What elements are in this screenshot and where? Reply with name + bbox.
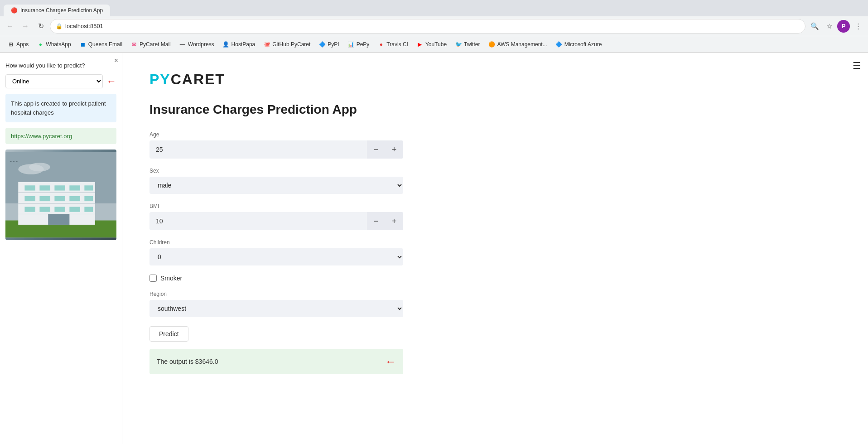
bookmark-apps-label: Apps bbox=[16, 41, 29, 48]
bookmark-youtube[interactable]: ▶ YouTube bbox=[413, 39, 450, 50]
travis-ci-icon: ● bbox=[377, 41, 385, 48]
pycaret-mail-icon: ✉ bbox=[130, 41, 138, 48]
svg-rect-22 bbox=[69, 207, 80, 212]
browser-tabs: 🔴 Insurance Charges Prediction App bbox=[0, 0, 868, 16]
more-button[interactable]: ⋮ bbox=[852, 20, 864, 33]
region-field-group: Region southwest southeast northwest nor… bbox=[149, 291, 403, 317]
children-select[interactable]: 0 1 2 3 4 5 bbox=[149, 248, 403, 265]
url-text: localhost:8501 bbox=[65, 23, 103, 29]
browser-toolbar: ← → ↻ 🔒 localhost:8501 🔍 ☆ P ⋮ bbox=[0, 16, 868, 36]
reload-button[interactable]: ↻ bbox=[34, 20, 47, 33]
pycaret-logo: PYCARET bbox=[149, 71, 841, 88]
bookmark-travis-ci[interactable]: ● Travis CI bbox=[374, 39, 412, 50]
bookmark-pycaret-mail[interactable]: ✉ PyCaret Mail bbox=[127, 39, 174, 50]
svg-rect-12 bbox=[69, 185, 80, 190]
smoker-label[interactable]: Smoker bbox=[160, 275, 182, 282]
bookmark-queens-email-label: Queens Email bbox=[88, 41, 122, 48]
bookmark-github-label: GitHub PyCaret bbox=[272, 41, 310, 48]
star-button[interactable]: ☆ bbox=[823, 20, 835, 33]
sidebar-question: How would you like to predict? bbox=[5, 62, 116, 69]
bookmark-travis-label: Travis CI bbox=[386, 41, 408, 48]
active-tab[interactable]: 🔴 Insurance Charges Prediction App bbox=[4, 5, 110, 16]
svg-rect-14 bbox=[24, 196, 35, 201]
output-box: The output is $3646.0 ← bbox=[149, 349, 403, 374]
svg-rect-15 bbox=[39, 196, 50, 201]
svg-text:~ ~ ~: ~ ~ ~ bbox=[10, 159, 18, 164]
bmi-input-row: 10 − + bbox=[149, 212, 403, 230]
bookmark-pycaret-mail-label: PyCaret Mail bbox=[140, 41, 171, 48]
back-button[interactable]: ← bbox=[4, 20, 16, 33]
address-bar[interactable]: 🔒 localhost:8501 bbox=[50, 19, 805, 34]
lock-icon: 🔒 bbox=[56, 23, 63, 29]
pycaret-link[interactable]: https://www.pycaret.org bbox=[11, 133, 72, 140]
sidebar-close-button[interactable]: × bbox=[114, 57, 118, 65]
logo-caret-part: CARET bbox=[171, 71, 225, 87]
bookmark-pepy-label: PePy bbox=[357, 41, 370, 48]
smoker-checkbox[interactable] bbox=[149, 275, 157, 282]
red-arrow-icon: ← bbox=[106, 77, 116, 87]
github-icon: 🐙 bbox=[263, 41, 270, 48]
svg-point-3 bbox=[29, 163, 50, 171]
bookmark-wordpress[interactable]: — Wordpress bbox=[175, 39, 218, 50]
svg-rect-11 bbox=[54, 185, 65, 190]
sex-label: Sex bbox=[149, 168, 403, 174]
svg-rect-13 bbox=[84, 185, 93, 190]
bookmark-twitter[interactable]: 🐦 Twitter bbox=[451, 39, 483, 50]
age-value: 25 bbox=[149, 141, 367, 158]
sex-field-group: Sex male female bbox=[149, 168, 403, 194]
pypi-icon: 🔷 bbox=[318, 41, 326, 48]
search-button[interactable]: 🔍 bbox=[808, 20, 821, 33]
forward-button[interactable]: → bbox=[19, 20, 32, 33]
bookmark-whatsapp[interactable]: ● WhatsApp bbox=[33, 39, 74, 50]
output-red-arrow-icon: ← bbox=[385, 355, 396, 368]
bookmark-pypi[interactable]: 🔷 PyPI bbox=[315, 39, 342, 50]
svg-rect-21 bbox=[54, 207, 65, 212]
output-text: The output is $3646.0 bbox=[157, 358, 380, 365]
profile-button[interactable]: P bbox=[837, 20, 850, 33]
hamburger-menu-button[interactable]: ☰ bbox=[853, 60, 861, 71]
browser-chrome: 🔴 Insurance Charges Prediction App ← → ↻… bbox=[0, 0, 868, 53]
bookmark-azure-label: Microsoft Azure bbox=[564, 41, 602, 48]
wordpress-icon: — bbox=[179, 41, 186, 48]
bookmark-hostpapa[interactable]: 👤 HostPapa bbox=[219, 39, 259, 50]
app-title: Insurance Charges Prediction App bbox=[149, 102, 841, 117]
sidebar-hospital-image: ~ ~ ~ bbox=[5, 150, 116, 240]
svg-rect-18 bbox=[84, 196, 93, 201]
age-input-row: 25 − + bbox=[149, 140, 403, 159]
svg-rect-16 bbox=[54, 196, 65, 201]
sex-select[interactable]: male female bbox=[149, 177, 403, 194]
page-layout: × How would you like to predict? Online … bbox=[0, 53, 868, 444]
bookmark-queens-email[interactable]: ◼ Queens Email bbox=[76, 39, 126, 50]
azure-icon: 🔷 bbox=[555, 41, 563, 48]
predict-mode-select[interactable]: Online Batch bbox=[5, 74, 103, 88]
main-content: ☰ PYCARET Insurance Charges Prediction A… bbox=[122, 53, 868, 444]
age-plus-button[interactable]: + bbox=[385, 140, 403, 159]
outlook-icon: ◼ bbox=[79, 41, 87, 48]
bmi-plus-button[interactable]: + bbox=[385, 212, 403, 230]
bookmark-pypi-label: PyPI bbox=[328, 41, 339, 48]
svg-rect-24 bbox=[48, 214, 69, 225]
bookmark-aws-label: AWS Management... bbox=[497, 41, 547, 48]
predict-button[interactable]: Predict bbox=[149, 326, 188, 342]
apps-icon: ⊞ bbox=[7, 41, 14, 48]
svg-rect-20 bbox=[39, 207, 50, 212]
bookmark-aws[interactable]: 🟠 AWS Management... bbox=[484, 39, 550, 50]
bookmark-azure[interactable]: 🔷 Microsoft Azure bbox=[552, 39, 606, 50]
bookmark-twitter-label: Twitter bbox=[464, 41, 480, 48]
bookmark-pepy[interactable]: 📊 PePy bbox=[344, 39, 373, 50]
age-minus-button[interactable]: − bbox=[367, 140, 385, 159]
logo-py-part: PY bbox=[149, 71, 171, 87]
bmi-minus-button[interactable]: − bbox=[367, 212, 385, 230]
svg-rect-9 bbox=[24, 185, 35, 190]
region-select[interactable]: southwest southeast northwest northeast bbox=[149, 300, 403, 317]
bmi-field-group: BMI 10 − + bbox=[149, 203, 403, 230]
sidebar-select-wrapper: Online Batch ← bbox=[5, 74, 116, 88]
hostpapa-icon: 👤 bbox=[222, 41, 230, 48]
bookmark-github-pycaret[interactable]: 🐙 GitHub PyCaret bbox=[260, 39, 314, 50]
children-label: Children bbox=[149, 239, 403, 246]
bookmark-apps[interactable]: ⊞ Apps bbox=[4, 39, 32, 50]
whatsapp-icon: ● bbox=[37, 41, 44, 48]
age-field-group: Age 25 − + bbox=[149, 131, 403, 159]
bookmark-whatsapp-label: WhatsApp bbox=[46, 41, 71, 48]
sidebar-info-text: This app is created to predict patient h… bbox=[11, 100, 106, 116]
